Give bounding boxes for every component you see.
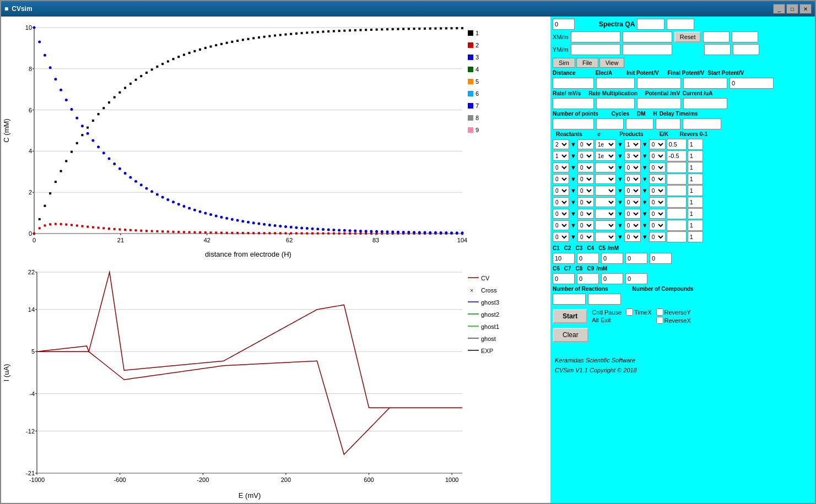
c5-input[interactable]	[650, 253, 672, 264]
c4-input[interactable]	[625, 253, 647, 264]
react-r2-5[interactable]: 0 0123	[577, 197, 594, 207]
react-r1-1[interactable]: 1 0123	[553, 151, 569, 161]
react-r1-7[interactable]: 0 0123	[553, 220, 569, 230]
extra-input3[interactable]	[704, 44, 731, 55]
timex-checkbox[interactable]	[626, 308, 633, 316]
react-ek-5[interactable]	[667, 197, 687, 208]
c1-input[interactable]	[553, 253, 575, 264]
react-p2-6[interactable]: 0 0123	[649, 209, 666, 219]
react-p1-3[interactable]: 0 0123	[624, 174, 641, 184]
react-e-6[interactable]: 1e2eC	[595, 209, 616, 219]
react-r2-2[interactable]: 0 0123	[577, 162, 594, 172]
react-r1-6[interactable]: 0 0123	[553, 209, 569, 219]
react-e-2[interactable]: 1e2eC	[595, 162, 616, 172]
maximize-button[interactable]: □	[786, 4, 798, 14]
react-p1-4[interactable]: 0 0123	[624, 186, 641, 196]
xm-input2[interactable]: -1000.0000	[623, 31, 672, 42]
start-potent-input[interactable]	[729, 78, 774, 89]
react-p2-1[interactable]: 0 0123	[649, 151, 666, 161]
react-p2-7[interactable]: 0 0123	[649, 220, 666, 230]
icon-input[interactable]	[553, 19, 575, 30]
c6-input[interactable]	[553, 273, 575, 284]
spectra-input[interactable]	[637, 19, 664, 30]
react-e-8[interactable]: 1e2eC	[595, 232, 616, 242]
react-rev-5[interactable]	[688, 197, 703, 208]
h-input[interactable]: 0.415	[656, 118, 680, 129]
potential-mv-input[interactable]: -870.0	[637, 98, 681, 109]
react-p2-2[interactable]: 0 0123	[649, 162, 666, 172]
current-ua-input[interactable]: 6.5	[683, 98, 727, 109]
react-p1-7[interactable]: 0 0123	[624, 220, 641, 230]
file-menu[interactable]: File	[576, 58, 598, 68]
extra-input1[interactable]	[703, 31, 729, 42]
react-r2-8[interactable]: 0 0123	[577, 232, 594, 242]
react-p1-8[interactable]: 0 0123	[624, 232, 641, 242]
c2-input[interactable]	[577, 253, 599, 264]
react-e-7[interactable]: 1e2eC	[595, 220, 616, 230]
final-potent-input[interactable]: 0	[683, 78, 727, 89]
react-ek-6[interactable]	[667, 208, 687, 219]
react-rev-8[interactable]	[688, 231, 703, 242]
c3-input[interactable]	[601, 253, 623, 264]
react-ek-8[interactable]	[667, 231, 687, 242]
num-reactions-input[interactable]: 2	[553, 294, 586, 305]
react-e-4[interactable]: 1e2eC	[595, 186, 616, 196]
close-button[interactable]: ✕	[799, 4, 812, 14]
react-e-3[interactable]: 1e2eC	[595, 174, 616, 184]
react-p2-5[interactable]: 0 0123	[649, 197, 666, 207]
react-ek-7[interactable]	[667, 220, 687, 231]
react-rev-4[interactable]	[688, 185, 703, 196]
spectra-input2[interactable]	[667, 19, 694, 30]
xm-input1[interactable]: 1000.00000	[571, 31, 620, 42]
reversex-checkbox[interactable]	[656, 317, 663, 324]
react-p1-0[interactable]: 1 0123	[624, 139, 641, 149]
react-p1-1[interactable]: 3 0123	[624, 151, 641, 161]
react-r2-6[interactable]: 0 0123	[577, 209, 594, 219]
delay-input[interactable]: 0	[683, 118, 721, 129]
react-r1-4[interactable]: 0 0123	[553, 186, 569, 196]
c8-input[interactable]	[601, 273, 623, 284]
react-p2-3[interactable]: 0 0123	[649, 174, 666, 184]
react-r1-5[interactable]: 0 0123	[553, 197, 569, 207]
c7-input[interactable]	[577, 273, 599, 284]
react-rev-2[interactable]	[688, 162, 703, 173]
rate-mv-input[interactable]: 100	[553, 98, 594, 109]
react-p1-2[interactable]: 0 0123	[624, 162, 641, 172]
react-r2-4[interactable]: 0 0123	[577, 186, 594, 196]
num-compounds-input[interactable]: 3	[588, 294, 621, 305]
react-ek-4[interactable]	[667, 185, 687, 196]
react-rev-6[interactable]	[688, 208, 703, 219]
react-rev-3[interactable]	[688, 174, 703, 185]
elec-a-input[interactable]: -1	[596, 78, 635, 89]
reversey-checkbox[interactable]	[656, 308, 663, 316]
react-e-0[interactable]: 1e 1e2eC	[595, 139, 616, 149]
react-r1-8[interactable]: 0 0123	[553, 232, 569, 242]
minimize-button[interactable]: _	[773, 4, 785, 14]
react-e-1[interactable]: 1e 1e2eC	[595, 151, 616, 161]
extra-input2[interactable]	[732, 31, 758, 42]
react-p1-6[interactable]: 0 0123	[624, 209, 641, 219]
distance-input[interactable]: 104	[553, 78, 594, 89]
react-r1-3[interactable]: 0 0123	[553, 174, 569, 184]
react-ek-2[interactable]	[667, 162, 687, 173]
ym-input2[interactable]: -20.929541	[623, 44, 672, 55]
clear-button[interactable]: Clear	[553, 328, 588, 342]
extra-input4[interactable]	[733, 44, 759, 55]
react-r2-0[interactable]: 0 0123	[577, 139, 594, 149]
react-p1-5[interactable]: 0 0123	[624, 197, 641, 207]
react-p2-0[interactable]: 0 0123	[649, 139, 666, 149]
react-r1-2[interactable]: 0 0123	[553, 162, 569, 172]
view-menu[interactable]: View	[599, 58, 625, 68]
react-r2-3[interactable]: 0 0123	[577, 174, 594, 184]
dm-input[interactable]: 0.45	[626, 118, 653, 129]
react-r2-7[interactable]: 0 0123	[577, 220, 594, 230]
react-e-5[interactable]: 1e2eC	[595, 197, 616, 207]
sim-menu[interactable]: Sim	[553, 58, 575, 68]
react-ek-1[interactable]	[667, 150, 687, 161]
react-p2-4[interactable]: 0 0123	[649, 186, 666, 196]
init-potent-input[interactable]: 1	[637, 78, 681, 89]
c9-input[interactable]	[625, 273, 647, 284]
reset-button[interactable]: Reset	[674, 31, 701, 42]
react-ek-0[interactable]	[667, 139, 687, 150]
rate-mult-input[interactable]: 1	[596, 98, 635, 109]
